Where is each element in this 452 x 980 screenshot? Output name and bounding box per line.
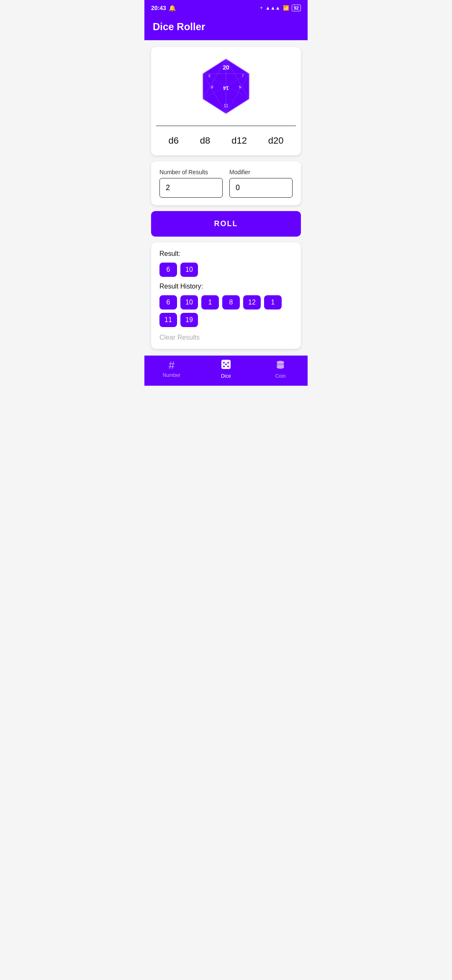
svg-text:11: 11 xyxy=(223,103,229,108)
current-results: 6 10 xyxy=(159,263,293,277)
svg-text:7: 7 xyxy=(241,74,244,78)
svg-point-18 xyxy=(227,362,229,364)
nav-item-coin[interactable]: Coin xyxy=(253,359,308,379)
dice-option-d20[interactable]: d20 xyxy=(265,134,287,148)
number-of-results-group: Number of Results xyxy=(159,169,223,198)
svg-text:20: 20 xyxy=(223,64,229,71)
main-content: 20 14 9 4 11 3 7 d6 d8 d12 d20 Number of… xyxy=(144,40,308,356)
history-result-7: 19 xyxy=(180,313,198,327)
status-bar: 20:43 🔔 + ▲▲▲ 📶 92 xyxy=(144,0,308,15)
number-icon: # xyxy=(169,360,175,371)
app-title: Dice Roller xyxy=(153,21,299,33)
history-results: 6 10 1 8 12 1 11 19 xyxy=(159,295,293,327)
svg-point-17 xyxy=(223,362,225,364)
status-icons: + ▲▲▲ 📶 92 xyxy=(260,5,301,11)
svg-point-21 xyxy=(225,364,227,365)
svg-text:3: 3 xyxy=(208,74,210,78)
dice-svg: 20 14 9 4 11 3 7 xyxy=(199,57,253,116)
results-label: Result: xyxy=(159,250,293,258)
roll-button[interactable]: ROLL xyxy=(151,211,301,237)
history-result-2: 1 xyxy=(201,295,219,309)
history-result-6: 11 xyxy=(159,313,177,327)
dice-image-area: 20 14 9 4 11 3 7 xyxy=(151,47,301,126)
dice-option-d12[interactable]: d12 xyxy=(228,134,250,148)
app-bar: Dice Roller xyxy=(144,15,308,40)
dice-options: d6 d8 d12 d20 xyxy=(151,126,301,155)
history-result-1: 10 xyxy=(180,295,198,309)
svg-point-20 xyxy=(227,366,229,367)
results-card: Result: 6 10 Result History: 6 10 1 8 12… xyxy=(151,242,301,349)
modifier-group: Modifier xyxy=(229,169,293,198)
bluetooth-icon: + xyxy=(260,5,263,11)
history-label: Result History: xyxy=(159,283,293,290)
current-result-1: 10 xyxy=(180,263,198,277)
history-result-5: 1 xyxy=(264,295,282,309)
alarm-icon: 🔔 xyxy=(169,5,176,11)
wifi-icon: 📶 xyxy=(283,5,289,11)
battery-indicator: 92 xyxy=(292,5,301,11)
status-time: 20:43 🔔 xyxy=(151,5,176,11)
time-text: 20:43 xyxy=(151,5,166,11)
nav-label-dice: Dice xyxy=(221,373,231,379)
nav-item-number[interactable]: # Number xyxy=(144,360,199,378)
svg-text:14: 14 xyxy=(223,85,229,91)
clear-results-button[interactable]: Clear Results xyxy=(159,334,293,341)
history-result-4: 12 xyxy=(243,295,261,309)
nav-label-coin: Coin xyxy=(275,373,286,379)
dice-option-d6[interactable]: d6 xyxy=(165,134,182,148)
dice-card: 20 14 9 4 11 3 7 d6 d8 d12 d20 xyxy=(151,47,301,155)
dice-icon xyxy=(221,359,231,371)
number-of-results-input[interactable] xyxy=(159,178,223,198)
bottom-nav: # Number Dice Coin xyxy=(144,356,308,386)
current-result-0: 6 xyxy=(159,263,177,277)
input-row: Number of Results Modifier xyxy=(159,169,293,198)
svg-point-19 xyxy=(223,366,225,367)
dice-d20-image: 20 14 9 4 11 3 7 xyxy=(199,57,253,116)
coin-icon xyxy=(275,359,286,371)
modifier-input[interactable] xyxy=(229,178,293,198)
number-of-results-label: Number of Results xyxy=(159,169,223,175)
dice-option-d8[interactable]: d8 xyxy=(197,134,213,148)
history-result-3: 8 xyxy=(222,295,240,309)
nav-label-number: Number xyxy=(163,372,181,378)
history-result-0: 6 xyxy=(159,295,177,309)
input-card: Number of Results Modifier xyxy=(151,161,301,205)
nav-item-dice[interactable]: Dice xyxy=(199,359,253,379)
svg-point-25 xyxy=(277,361,284,364)
signal-icon: ▲▲▲ xyxy=(265,5,280,11)
modifier-label: Modifier xyxy=(229,169,293,175)
